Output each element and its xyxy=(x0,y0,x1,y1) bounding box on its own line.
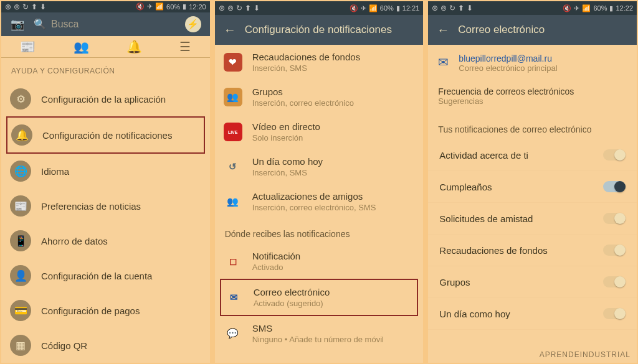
status-bar: ⊛⊚↻⬆⬇ 🔇✈📶60%▮12:22 xyxy=(428,1,637,15)
item-label: Actualizaciones de amigos xyxy=(252,191,376,202)
item-label: Ahorro de datos xyxy=(41,236,108,246)
clock: 12:22 xyxy=(616,4,633,12)
status-bar: ⊛⊚↻⬆⬇ 🔇✈📶60%▮12:21 xyxy=(215,1,424,15)
toggle-row[interactable]: Solicitudes de amistad xyxy=(428,203,637,235)
clock: 12:20 xyxy=(189,3,206,11)
mail-icon: ✉ xyxy=(438,55,449,70)
toggle-label: Actividad acerca de ti xyxy=(439,150,528,161)
section-header: Dónde recibes las notificaciones xyxy=(215,219,424,244)
clock: 12:21 xyxy=(402,4,420,12)
item-label: Correo electrónico xyxy=(254,287,330,297)
item-icon: LIVE xyxy=(224,123,242,141)
back-icon[interactable]: ← xyxy=(437,23,449,37)
item-label: Configuración de pagos xyxy=(41,306,140,316)
settings-item[interactable]: 📰 Preferencias de noticias xyxy=(1,189,210,223)
toggle-switch[interactable] xyxy=(603,245,626,256)
toggle-switch[interactable] xyxy=(603,149,626,161)
email-address: bluepillorredpill@mail.ru xyxy=(459,54,557,63)
toggle-label: Solicitudes de amistad xyxy=(439,213,533,224)
notification-setting-item[interactable]: ❤ Recaudaciones de fondos Inserción, SMS xyxy=(215,45,424,80)
item-icon: ❤ xyxy=(224,53,242,72)
settings-item[interactable]: 💳 Configuración de pagos xyxy=(1,293,210,328)
notification-setting-item[interactable]: ↺ Un día como hoy Inserción, SMS xyxy=(215,149,424,184)
notification-setting-item[interactable]: 👥 Actualizaciones de amigos Inserción, c… xyxy=(215,184,424,219)
toggle-row[interactable]: Un día como hoy xyxy=(428,298,637,330)
item-icon: ▦ xyxy=(10,335,31,356)
notification-setting-item[interactable]: 💬 SMS Ninguno • Añade tu número de móvil xyxy=(215,316,424,351)
item-icon: 👥 xyxy=(224,88,242,106)
settings-item[interactable]: 🌐 Idioma xyxy=(1,154,210,189)
notification-setting-item[interactable]: ✉ Correo electrónico Activado (sugerido) xyxy=(220,279,419,316)
item-label: Configuración de notificaciones xyxy=(42,130,172,141)
item-sub: Solo inserción xyxy=(252,133,320,142)
item-sub: Inserción, SMS xyxy=(252,168,323,177)
settings-item[interactable]: 🔔 Configuración de notificaciones xyxy=(6,116,205,154)
item-sub: Activado (sugerido) xyxy=(254,299,330,308)
toggle-label: Recaudaciones de fondos xyxy=(439,245,547,256)
item-label: Un día como hoy xyxy=(252,156,323,167)
email-account-row[interactable]: ✉ bluepillorredpill@mail.ru Correo elect… xyxy=(428,45,637,82)
search-input[interactable]: 🔍Busca xyxy=(34,18,176,30)
item-label: Recaudaciones de fondos xyxy=(252,52,360,62)
toggle-switch[interactable] xyxy=(603,276,626,287)
toggle-switch[interactable] xyxy=(603,213,626,224)
item-sub: Inserción, correo electrónico, SMS xyxy=(252,203,376,212)
toggle-row[interactable]: Cumpleaños xyxy=(428,171,637,203)
item-sub: Inserción, correo electrónico xyxy=(252,98,354,108)
page-title: Configuración de notificaciones xyxy=(245,24,392,36)
tab-notifications[interactable]: 🔔 xyxy=(126,39,142,54)
item-icon: 📰 xyxy=(10,195,31,217)
freq-label: Frecuencia de correos electrónicos xyxy=(438,86,627,96)
phone-screen-3: ⊛⊚↻⬆⬇ 🔇✈📶60%▮12:22 ← Correo electrónico … xyxy=(428,1,637,363)
item-label: Idioma xyxy=(41,166,69,177)
page-title: Correo electrónico xyxy=(458,24,545,36)
tab-feed[interactable]: 📰 xyxy=(20,39,36,54)
item-icon: 📱 xyxy=(10,230,31,251)
item-icon: 👥 xyxy=(224,192,242,211)
toggle-label: Cumpleaños xyxy=(439,182,492,192)
item-sub: Inserción, SMS xyxy=(252,63,360,73)
item-icon: 💬 xyxy=(224,324,242,343)
section-header: Tus notificaciones de correo electrónico xyxy=(428,114,637,139)
notification-setting-item[interactable]: 👥 Grupos Inserción, correo electrónico xyxy=(215,80,424,114)
back-icon[interactable]: ← xyxy=(224,23,236,37)
toggle-label: Un día como hoy xyxy=(439,309,510,319)
phone-screen-1: ⊛⊚↻⬆⬇ 🔇✈📶60%▮12:20 📷 🔍Busca ⚡ 📰 👥 🔔 ☰ AY… xyxy=(1,1,210,363)
app-bar: ← Configuración de notificaciones xyxy=(215,15,424,45)
toggle-switch[interactable] xyxy=(603,181,626,192)
item-sub: Activado xyxy=(252,263,301,272)
status-bar: ⊛⊚↻⬆⬇ 🔇✈📶60%▮12:20 xyxy=(1,1,210,12)
toggle-switch[interactable] xyxy=(603,308,626,319)
item-label: Código QR xyxy=(41,340,87,351)
email-frequency-row[interactable]: Frecuencia de correos electrónicos Suger… xyxy=(428,82,637,114)
toggle-row[interactable]: Grupos xyxy=(428,266,637,298)
toggle-label: Grupos xyxy=(439,277,470,287)
toggle-row[interactable]: Recaudaciones de fondos xyxy=(428,235,637,266)
tab-bar: 📰 👥 🔔 ☰ xyxy=(1,36,210,58)
section-header: AYUDA Y CONFIGURACIÓN xyxy=(1,58,210,82)
item-label: Configuración de la cuenta xyxy=(41,271,152,281)
tab-friends[interactable]: 👥 xyxy=(74,39,89,54)
notification-setting-item[interactable]: LIVE Vídeo en directo Solo inserción xyxy=(215,114,424,149)
item-icon: ⚙ xyxy=(10,88,31,110)
settings-item[interactable]: 👤 Configuración de la cuenta xyxy=(1,258,210,293)
toggle-row[interactable]: Actividad acerca de ti xyxy=(428,139,637,171)
item-sub: Ninguno • Añade tu número de móvil xyxy=(252,335,384,344)
messenger-icon[interactable]: ⚡ xyxy=(185,16,201,32)
settings-item[interactable]: ⚙ Configuración de la aplicación xyxy=(1,82,210,116)
item-label: Configuración de la aplicación xyxy=(41,94,166,105)
settings-item[interactable]: 📱 Ahorro de datos xyxy=(1,223,210,258)
settings-item[interactable]: ▦ Código QR xyxy=(1,328,210,363)
notification-setting-item[interactable]: ◻ Notificación Activado xyxy=(215,244,424,279)
camera-icon[interactable]: 📷 xyxy=(10,17,25,32)
item-label: Vídeo en directo xyxy=(252,121,320,132)
item-icon: ↺ xyxy=(224,157,242,176)
tab-menu[interactable]: ☰ xyxy=(179,39,191,54)
item-label: Preferencias de noticias xyxy=(41,201,141,212)
email-sub: Correo electrónico principal xyxy=(459,63,557,73)
item-label: SMS xyxy=(252,323,384,334)
item-icon: 👤 xyxy=(10,265,31,286)
item-icon: ✉ xyxy=(225,288,244,307)
search-icon: 🔍 xyxy=(34,18,46,30)
item-icon: ◻ xyxy=(224,252,242,271)
